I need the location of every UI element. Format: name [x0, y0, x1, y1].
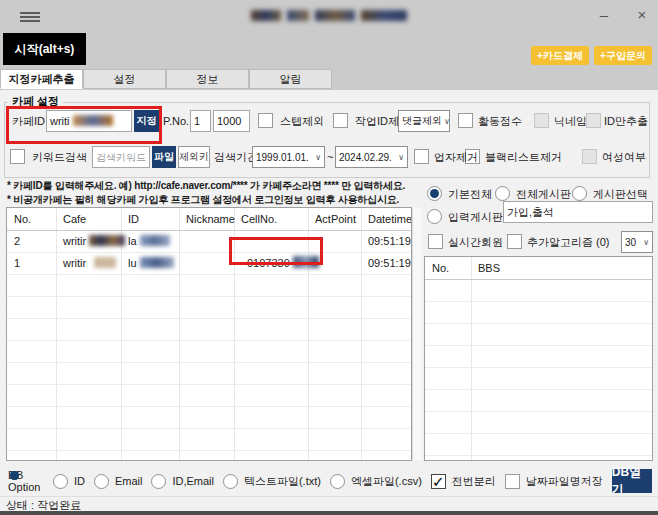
db-open-button[interactable]: DB열기	[612, 469, 652, 493]
input-board-radio[interactable]	[427, 209, 442, 224]
board-select-radio[interactable]	[572, 186, 587, 201]
tab-bar: 지정카페추출 설정 정보 알림	[0, 69, 658, 90]
algorithm-count-select[interactable]: 30∨	[621, 231, 653, 253]
card-pay-button[interactable]: +카드결제	[531, 46, 589, 65]
date-from-select[interactable]: 1999.01.01.∨	[252, 146, 325, 168]
purchase-inquiry-button[interactable]: +구입문의	[594, 46, 652, 65]
tab-settings[interactable]: 설정	[83, 69, 166, 89]
step-exclude-checkbox[interactable]	[258, 113, 273, 128]
chevron-down-icon: ∨	[641, 238, 649, 247]
activity-score-checkbox[interactable]	[458, 113, 473, 128]
window-title-redacted	[0, 8, 658, 24]
chevron-down-icon: ∨	[313, 153, 321, 162]
vendor-remove-checkbox[interactable]	[414, 149, 429, 164]
input-board-label: 입력게시판	[448, 206, 503, 228]
id-only-checkbox[interactable]	[586, 113, 601, 128]
default-all-label: 기본전체	[448, 183, 492, 205]
chevron-down-icon: ∨	[396, 153, 404, 162]
status-bar: 상태 : 작업완료	[0, 496, 658, 512]
default-all-radio[interactable]	[427, 186, 442, 201]
extra-algorithm-checkbox[interactable]	[507, 234, 522, 249]
nickname-checkbox[interactable]	[534, 113, 549, 128]
nickname-label: 닉네임	[554, 110, 587, 132]
redacted-cafe	[94, 257, 116, 268]
extra-algorithm-label: 추가알고리즘 (0)	[527, 231, 610, 253]
realtime-member-label: 실시간회원	[448, 231, 503, 253]
all-boards-radio[interactable]	[495, 186, 510, 201]
phone-split-checkbox[interactable]: ✓	[431, 474, 446, 489]
tab-info[interactable]: 정보	[166, 69, 249, 89]
comment-exclude-select[interactable]: 댓글제외∨	[398, 110, 450, 132]
keyword-input[interactable]: 검색키워드	[92, 146, 150, 168]
start-button[interactable]: 시작(alt+s)	[3, 33, 86, 65]
tab-alerts[interactable]: 알림	[249, 69, 332, 89]
keyword-search-checkbox[interactable]	[10, 149, 25, 164]
female-checkbox[interactable]	[582, 149, 597, 164]
window-bottom-edge	[0, 511, 658, 515]
blacklist-remove-label: 블랙리스트제거	[485, 146, 562, 168]
input-board-field[interactable]: 가입,출석	[503, 201, 653, 223]
db-id-radio[interactable]	[53, 474, 68, 489]
vendor-remove-label: 업자제거	[434, 146, 478, 168]
chevron-down-icon: ∨	[442, 117, 450, 126]
keyword-search-label: 키워드검색	[32, 146, 87, 168]
redacted-phone	[293, 256, 319, 268]
bbs-table-header: No. BBS	[425, 257, 652, 280]
activity-score-label: 활동점수	[478, 110, 522, 132]
date-to-select[interactable]: 2024.02.29.∨	[335, 146, 408, 168]
step-exclude-label: 스텝제외	[280, 110, 324, 132]
file-button[interactable]: 파일	[152, 146, 176, 168]
db-txt-radio[interactable]	[223, 474, 238, 489]
db-id-email-radio[interactable]	[151, 474, 166, 489]
cafe-settings-title: 카페 설정	[8, 94, 63, 109]
app-window: – × 시작(alt+s) +카드결제 +구입문의 지정카페추출 설정 정보 알…	[0, 0, 658, 515]
db-csv-radio[interactable]	[330, 474, 345, 489]
date-filename-checkbox[interactable]	[505, 474, 520, 489]
redacted-id	[140, 257, 174, 268]
db-option-row: DB Option ID Email ID,Email 텍스트파일(.txt) …	[8, 469, 652, 493]
title-bar: – × 시작(alt+s) +카드결제 +구입문의	[0, 0, 658, 69]
workid-exclude-checkbox[interactable]	[333, 113, 348, 128]
realtime-member-checkbox[interactable]	[428, 234, 443, 249]
exclude-key-button[interactable]: 제외키	[178, 146, 210, 168]
id-only-label: ID만추출	[604, 110, 648, 132]
female-label: 여성여부	[602, 146, 646, 168]
tab-cafe-extract[interactable]: 지정카페추출	[0, 69, 83, 89]
close-button[interactable]: ×	[630, 3, 654, 27]
bbs-table: No. BBS	[424, 256, 653, 461]
db-email-radio[interactable]	[94, 474, 109, 489]
date-separator: ~	[327, 146, 333, 168]
table-row[interactable]: 1 writir lu 0107339 09:51:19	[7, 253, 411, 275]
minimize-button[interactable]: –	[592, 3, 616, 27]
